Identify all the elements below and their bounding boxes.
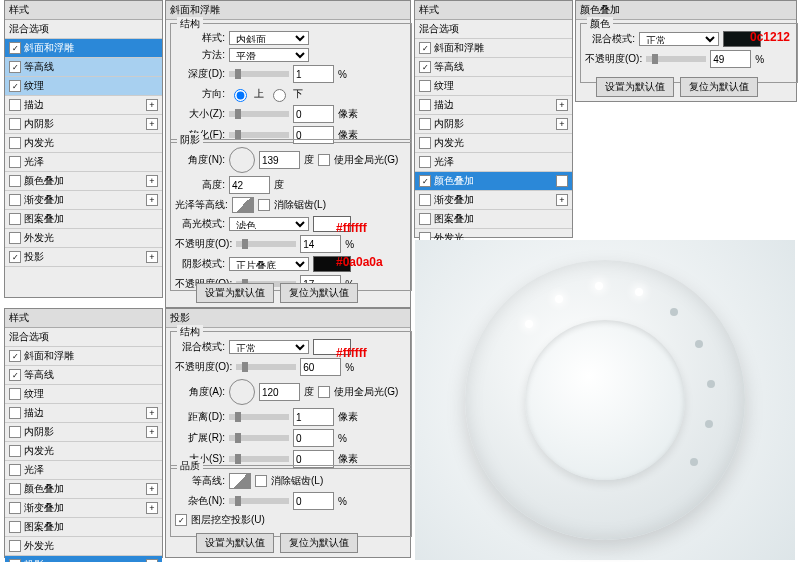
item-inner-glow[interactable]: 内发光: [5, 134, 162, 153]
noise-slider[interactable]: [229, 498, 289, 504]
angle-dial-icon[interactable]: [229, 147, 255, 173]
checkbox[interactable]: [9, 175, 21, 187]
item-outer-glow[interactable]: 外发光: [5, 229, 162, 248]
angle-dial-icon[interactable]: [229, 379, 255, 405]
global-light-check[interactable]: [318, 154, 330, 166]
item-texture[interactable]: 纹理: [415, 77, 572, 96]
checkbox[interactable]: [9, 137, 21, 149]
checkbox[interactable]: [419, 42, 431, 54]
antialias-check[interactable]: [258, 199, 270, 211]
checkbox[interactable]: [9, 502, 21, 514]
item-bevel[interactable]: 斜面和浮雕: [415, 39, 572, 58]
checkbox[interactable]: [9, 483, 21, 495]
item-gradient-overlay[interactable]: 渐变叠加+: [415, 191, 572, 210]
add-icon[interactable]: +: [146, 118, 158, 130]
item-color-overlay[interactable]: 颜色叠加+: [415, 172, 572, 191]
item-pattern-overlay[interactable]: 图案叠加: [5, 210, 162, 229]
contour-thumb-icon[interactable]: [232, 197, 254, 213]
checkbox[interactable]: [9, 369, 21, 381]
add-icon[interactable]: +: [146, 99, 158, 111]
blend-mode-select[interactable]: 正常: [229, 340, 309, 354]
style-select[interactable]: 内斜面: [229, 31, 309, 45]
item-satin[interactable]: 光泽: [5, 153, 162, 172]
add-icon[interactable]: +: [146, 407, 158, 419]
item-inner-shadow[interactable]: 内阴影+: [415, 115, 572, 134]
depth-slider[interactable]: [229, 71, 289, 77]
checkbox[interactable]: [9, 426, 21, 438]
dir-up-radio[interactable]: [234, 89, 247, 102]
checkbox[interactable]: [419, 156, 431, 168]
add-icon[interactable]: +: [146, 175, 158, 187]
shadow-mode-select[interactable]: 正片叠底: [229, 257, 309, 271]
checkbox[interactable]: [9, 445, 21, 457]
add-icon[interactable]: +: [146, 251, 158, 263]
item-stroke[interactable]: 描边+: [5, 96, 162, 115]
item-contour[interactable]: 等高线: [5, 58, 162, 77]
spread-slider[interactable]: [229, 435, 289, 441]
item-bevel[interactable]: 斜面和浮雕: [5, 347, 162, 366]
depth-input[interactable]: [293, 65, 334, 83]
distance-slider[interactable]: [229, 414, 289, 420]
checkbox[interactable]: [9, 61, 21, 73]
checkbox[interactable]: [9, 80, 21, 92]
make-default-button[interactable]: 设置为默认值: [196, 533, 274, 553]
add-icon[interactable]: +: [146, 502, 158, 514]
add-icon[interactable]: +: [556, 99, 568, 111]
checkbox[interactable]: [419, 213, 431, 225]
size-slider[interactable]: [229, 456, 289, 462]
item-gradient-overlay[interactable]: 渐变叠加+: [5, 499, 162, 518]
angle-input[interactable]: [259, 383, 300, 401]
add-icon[interactable]: +: [146, 426, 158, 438]
add-icon[interactable]: +: [556, 118, 568, 130]
checkbox[interactable]: [419, 61, 431, 73]
checkbox[interactable]: [419, 80, 431, 92]
item-color-overlay[interactable]: 颜色叠加+: [5, 480, 162, 499]
item-satin[interactable]: 光泽: [415, 153, 572, 172]
item-texture[interactable]: 纹理: [5, 77, 162, 96]
checkbox[interactable]: [9, 521, 21, 533]
item-outer-glow[interactable]: 外发光: [5, 537, 162, 556]
checkbox[interactable]: [419, 137, 431, 149]
item-contour[interactable]: 等高线: [415, 58, 572, 77]
checkbox[interactable]: [9, 213, 21, 225]
add-icon[interactable]: +: [556, 194, 568, 206]
opacity-slider[interactable]: [236, 364, 296, 370]
item-inner-glow[interactable]: 内发光: [5, 442, 162, 461]
checkbox[interactable]: [9, 99, 21, 111]
technique-select[interactable]: 平滑: [229, 48, 309, 62]
reset-default-button[interactable]: 复位为默认值: [280, 533, 358, 553]
checkbox[interactable]: [9, 156, 21, 168]
spread-input[interactable]: [293, 429, 334, 447]
soften-slider[interactable]: [229, 132, 289, 138]
distance-input[interactable]: [293, 408, 334, 426]
angle-input[interactable]: [259, 151, 300, 169]
item-inner-shadow[interactable]: 内阴影+: [5, 423, 162, 442]
item-blend[interactable]: 混合选项: [415, 20, 572, 39]
item-contour[interactable]: 等高线: [5, 366, 162, 385]
item-blend[interactable]: 混合选项: [5, 328, 162, 347]
knockout-check[interactable]: [175, 514, 187, 526]
opacity-input[interactable]: [710, 50, 751, 68]
noise-input[interactable]: [293, 492, 334, 510]
checkbox[interactable]: [9, 388, 21, 400]
highlight-opacity-input[interactable]: [300, 235, 341, 253]
altitude-input[interactable]: [229, 176, 270, 194]
item-drop-shadow[interactable]: 投影+: [5, 556, 162, 562]
item-texture[interactable]: 纹理: [5, 385, 162, 404]
item-pattern-overlay[interactable]: 图案叠加: [5, 518, 162, 537]
checkbox[interactable]: [9, 407, 21, 419]
item-color-overlay[interactable]: 颜色叠加+: [5, 172, 162, 191]
opacity-input[interactable]: [300, 358, 341, 376]
reset-default-button[interactable]: 复位为默认值: [680, 77, 758, 97]
item-blend[interactable]: 混合选项: [5, 20, 162, 39]
dir-down-radio[interactable]: [273, 89, 286, 102]
checkbox[interactable]: [9, 464, 21, 476]
make-default-button[interactable]: 设置为默认值: [596, 77, 674, 97]
item-stroke[interactable]: 描边+: [5, 404, 162, 423]
checkbox[interactable]: [9, 350, 21, 362]
checkbox[interactable]: [9, 118, 21, 130]
add-icon[interactable]: +: [556, 175, 568, 187]
antialias-check[interactable]: [255, 475, 267, 487]
make-default-button[interactable]: 设置为默认值: [196, 283, 274, 303]
highlight-opacity-slider[interactable]: [236, 241, 296, 247]
